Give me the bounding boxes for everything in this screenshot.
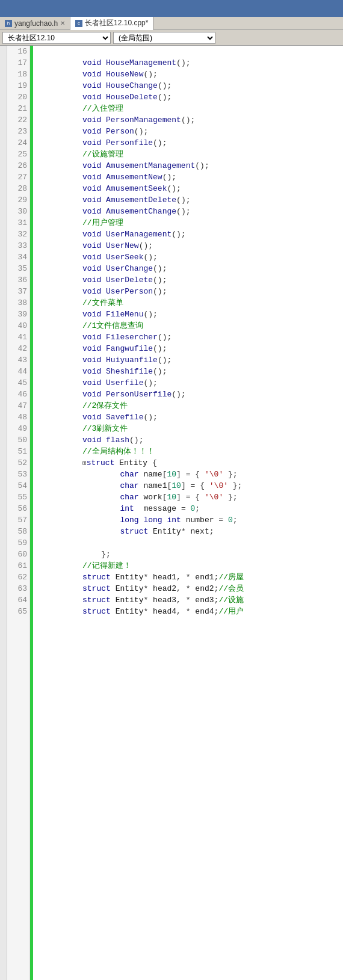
- line-num-61: 61: [7, 560, 29, 572]
- line-num-63: 63: [7, 583, 29, 594]
- tab-yangfuchao[interactable]: h yangfuchao.h ✕: [0, 17, 70, 29]
- line-num-55: 55: [7, 492, 29, 503]
- line-num-24: 24: [7, 137, 29, 149]
- scope-select[interactable]: 长者社区12.10: [2, 32, 111, 44]
- code-line-16: void HouseManagement();: [36, 46, 343, 57]
- code-line-59: };: [36, 537, 343, 549]
- tab-label-yangfuchao: yangfuchao.h: [14, 19, 58, 28]
- line-num-35: 35: [7, 263, 29, 274]
- line-num-31: 31: [7, 217, 29, 229]
- line-num-54: 54: [7, 480, 29, 492]
- line-num-41: 41: [7, 331, 29, 343]
- line-num-59: 59: [7, 537, 29, 549]
- toolbar: 长者社区12.10 (全局范围): [0, 30, 343, 46]
- line-num-36: 36: [7, 274, 29, 286]
- line-numbers: 16 17 18 19 20 21 22 23 24 25 26 27 28 2…: [7, 46, 30, 980]
- line-num-50: 50: [7, 434, 29, 446]
- line-num-57: 57: [7, 514, 29, 526]
- line-num-22: 22: [7, 114, 29, 126]
- line-num-45: 45: [7, 377, 29, 389]
- line-num-51: 51: [7, 446, 29, 457]
- line-num-49: 49: [7, 423, 29, 434]
- tab-icon-h: h: [5, 20, 12, 27]
- line-num-23: 23: [7, 126, 29, 137]
- line-num-20: 20: [7, 91, 29, 103]
- line-num-60: 60: [7, 549, 29, 560]
- line-num-38: 38: [7, 297, 29, 309]
- line-num-42: 42: [7, 343, 29, 354]
- line-num-32: 32: [7, 229, 29, 240]
- tab-bar: h yangfuchao.h ✕ c 长者社区12.10.cpp*: [0, 17, 343, 30]
- line-num-43: 43: [7, 354, 29, 366]
- line-num-29: 29: [7, 194, 29, 206]
- tab-changshequ[interactable]: c 长者社区12.10.cpp*: [70, 17, 153, 30]
- tab-close-yangfuchao[interactable]: ✕: [60, 20, 65, 26]
- line-num-19: 19: [7, 80, 29, 91]
- line-num-34: 34: [7, 251, 29, 263]
- line-num-53: 53: [7, 469, 29, 480]
- tab-label-changshequ: 长者社区12.10.cpp*: [85, 18, 148, 28]
- line-num-40: 40: [7, 320, 29, 331]
- code-content[interactable]: void HouseManagement(); void HouseNew();…: [33, 46, 343, 980]
- line-num-52: 52: [7, 457, 29, 469]
- line-num-21: 21: [7, 103, 29, 114]
- line-num-17: 17: [7, 57, 29, 69]
- line-num-39: 39: [7, 309, 29, 320]
- line-num-30: 30: [7, 206, 29, 217]
- line-num-44: 44: [7, 366, 29, 377]
- line-num-65: 65: [7, 606, 29, 617]
- code-area: 16 17 18 19 20 21 22 23 24 25 26 27 28 2…: [0, 46, 343, 980]
- line-num-26: 26: [7, 160, 29, 171]
- line-num-62: 62: [7, 572, 29, 583]
- left-gutter: [0, 46, 7, 980]
- line-num-46: 46: [7, 389, 29, 400]
- line-num-37: 37: [7, 286, 29, 297]
- line-num-48: 48: [7, 411, 29, 423]
- tab-icon-cpp: c: [75, 20, 82, 27]
- line-num-64: 64: [7, 594, 29, 606]
- line-num-33: 33: [7, 240, 29, 251]
- line-num-28: 28: [7, 183, 29, 194]
- line-num-56: 56: [7, 503, 29, 514]
- line-num-18: 18: [7, 69, 29, 80]
- line-num-25: 25: [7, 149, 29, 160]
- line-num-47: 47: [7, 400, 29, 411]
- line-num-58: 58: [7, 526, 29, 537]
- line-num-27: 27: [7, 171, 29, 183]
- line-num-16: 16: [7, 46, 29, 57]
- range-select[interactable]: (全局范围): [113, 32, 215, 44]
- title-bar: [0, 0, 343, 17]
